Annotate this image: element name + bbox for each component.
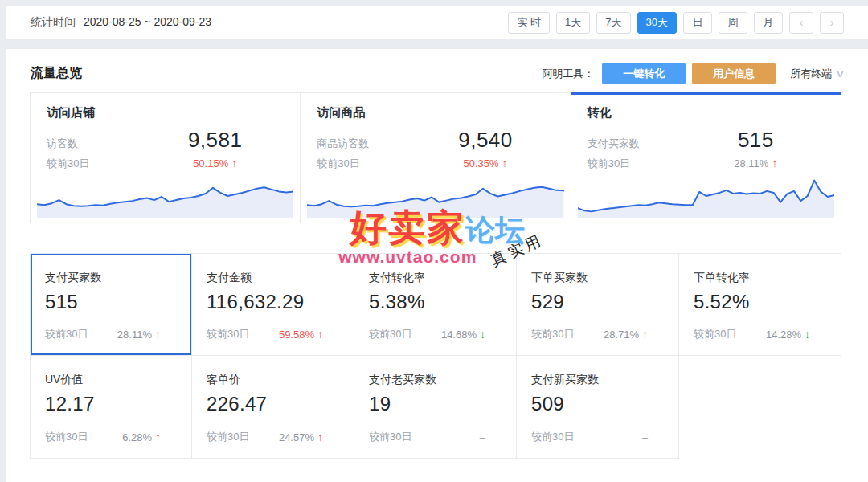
panel-title: 流量总览 [31,65,82,82]
tools-bar: 阿明工具： 一键转化用户信息 所有终端 ∨ [542,63,844,84]
metric-footer: 较前30日59.58%↑ [207,327,323,341]
range-button-30天[interactable]: 30天 [637,12,677,34]
prev-page-button[interactable]: ‹ [789,12,813,34]
metric-change: 59.58%↑ [279,328,323,341]
metric-cell-下单转化率[interactable]: 下单转化率5.52%较前30日14.28%↓ [679,253,841,356]
metric-footer: 较前30日– [531,430,648,444]
trend-change-percent: 50.35% [463,157,498,170]
next-page-button[interactable]: › [820,12,844,34]
range-button-周[interactable]: 周 [719,12,747,34]
tools-label: 阿明工具： [542,67,594,81]
trend-value-row: 商品访客数9,540 [301,128,570,153]
topbar: 统计时间 2020-08-25 ~ 2020-09-23 实 时1天7天30天日… [6,6,868,39]
metric-change-percent: 14.28% [766,329,801,341]
metric-title: 支付买家数 [45,271,177,285]
metric-value: 529 [531,291,664,313]
metric-change-percent: 59.58% [279,329,314,341]
metric-title: 下单买家数 [531,271,664,285]
metric-title: 支付新买家数 [531,373,664,387]
metric-cell-客单价[interactable]: 客单价226.47较前30日24.57%↑ [192,356,354,459]
trend-value: 9,540 [416,128,554,153]
metric-title: 支付老买家数 [369,373,502,387]
metric-compare-label: 较前30日 [45,327,88,341]
metric-change-percent: 14.68% [441,329,477,341]
metric-change: – [642,431,648,443]
metric-footer: 较前30日28.11%↑ [45,327,161,341]
metric-cell-UV价值[interactable]: UV价值12.17较前30日6.28%↑ [30,356,192,459]
trend-card-访问店铺[interactable]: 访问店铺访客数9,581较前30日50.15%↑ [31,93,300,223]
tool-button-一键转化[interactable]: 一键转化 [602,63,686,84]
metric-cell-支付转化率[interactable]: 支付转化率5.38%较前30日14.68%↓ [354,253,517,356]
metric-value: 5.38% [369,291,502,313]
metric-value: 5.52% [694,291,826,313]
date-range-value[interactable]: 2020-08-25 ~ 2020-09-23 [84,15,211,28]
arrow-up-icon: ↑ [772,157,777,170]
arrow-up-icon: ↑ [642,328,648,341]
trend-card-title: 访问店铺 [47,105,284,120]
metric-title: 客单价 [207,373,339,387]
trend-value: 9,581 [146,128,284,153]
tool-button-用户信息[interactable]: 用户信息 [692,63,776,84]
metric-title: UV价值 [45,373,177,387]
metric-value: 19 [369,393,502,415]
trend-change-percent: 28.11% [734,157,768,170]
chevron-down-icon: ∨ [835,68,845,80]
arrow-up-icon: ↑ [155,328,161,341]
arrow-up-icon: ↑ [317,431,323,443]
trend-card-访问商品[interactable]: 访问商品商品访客数9,540较前30日50.35%↑ [300,93,570,223]
metric-cell-支付新买家数[interactable]: 支付新买家数509较前30日– [517,356,679,459]
terminal-selector[interactable]: 所有终端 ∨ [790,67,844,81]
metric-change-percent: – [642,431,648,443]
metric-change-percent: 6.28% [122,431,152,443]
metric-change: 24.57%↑ [279,431,323,443]
range-button-1天[interactable]: 1天 [556,12,590,34]
trend-value-label: 商品访客数 [317,137,416,151]
trend-value-row: 访客数9,581 [31,128,300,153]
metric-change: 28.71%↑ [604,328,648,341]
metric-compare-label: 较前30日 [207,430,249,444]
trend-value-row: 支付买家数515 [571,128,841,153]
trend-value: 515 [687,128,825,153]
metric-value: 515 [45,291,177,313]
analytics-dashboard: 统计时间 2020-08-25 ~ 2020-09-23 实 时1天7天30天日… [0,0,868,482]
metric-title: 支付转化率 [369,271,502,285]
metric-change-percent: – [480,431,485,443]
sparkline-chart [307,170,563,218]
traffic-overview-panel: 流量总览 阿明工具： 一键转化用户信息 所有终端 ∨ 访问店铺访客数9,581较… [6,49,868,482]
metric-cell-支付买家数[interactable]: 支付买家数515较前30日28.11%↑ [30,253,192,356]
range-button-实 时[interactable]: 实 时 [508,12,550,34]
metric-value: 509 [531,393,664,415]
metric-change-percent: 28.11% [117,329,152,341]
metric-cell-支付老买家数[interactable]: 支付老买家数19较前30日– [354,356,517,459]
trend-change: 50.15%↑ [146,157,284,170]
trend-card-title: 访问商品 [317,105,554,120]
metric-change-percent: 24.57% [279,431,314,443]
metric-footer: 较前30日14.68%↓ [369,327,485,341]
trend-change-percent: 50.15% [193,157,228,170]
metric-change: 28.11%↑ [117,328,161,341]
chevron-left-icon: ‹ [800,16,804,29]
range-button-月[interactable]: 月 [754,12,783,34]
range-button-7天[interactable]: 7天 [596,12,630,34]
metric-title: 下单转化率 [694,271,826,285]
range-button-日[interactable]: 日 [683,12,712,34]
selected-card-indicator [571,92,841,95]
empty-cell [679,356,841,459]
metric-grid: 支付买家数515较前30日28.11%↑支付金额116,632.29较前30日5… [30,253,841,459]
metric-cell-下单买家数[interactable]: 下单买家数529较前30日28.71%↑ [517,253,679,356]
terminal-selector-label: 所有终端 [790,67,832,81]
metric-change: – [480,431,485,443]
metric-value: 116,632.29 [207,291,339,313]
metric-footer: 较前30日– [369,430,485,444]
metric-compare-label: 较前30日 [207,327,249,341]
trend-change: 50.35%↑ [416,157,554,170]
arrow-up-icon: ↑ [502,157,508,170]
trend-card-转化[interactable]: 转化支付买家数515较前30日28.11%↑ [571,93,841,223]
arrow-up-icon: ↑ [317,328,323,341]
metric-compare-label: 较前30日 [45,430,88,444]
date-range-button-group: 实 时1天7天30天日周月‹› [502,12,844,34]
metric-footer: 较前30日24.57%↑ [207,430,323,444]
metric-compare-label: 较前30日 [694,327,736,341]
metric-cell-支付金额[interactable]: 支付金额116,632.29较前30日59.58%↑ [192,253,354,356]
trend-value-label: 访客数 [47,137,146,151]
